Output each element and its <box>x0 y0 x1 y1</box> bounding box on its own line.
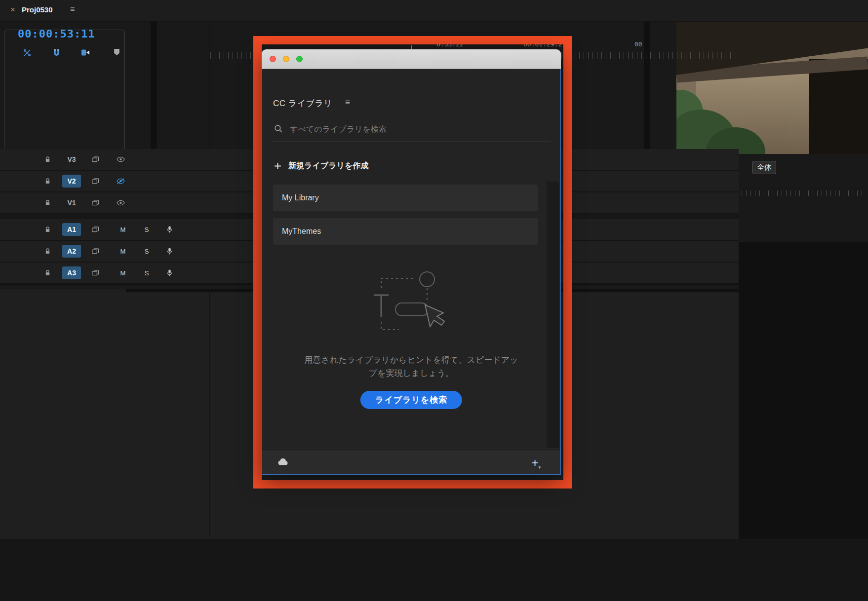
caret-down-icon: ▾ <box>538 465 541 470</box>
eye-off-icon[interactable] <box>117 178 125 184</box>
solo-button[interactable]: S <box>142 226 151 233</box>
zoom-window-button[interactable] <box>296 56 303 62</box>
mute-button[interactable]: M <box>118 248 127 255</box>
search-icon <box>274 124 282 133</box>
sync-cloud-icon[interactable] <box>277 458 289 468</box>
timeline-timecode[interactable]: 00:00:53:11 <box>18 28 95 40</box>
lock-icon[interactable] <box>44 270 51 276</box>
markers-empty-list <box>4 30 125 161</box>
panel-bottom-bar: +▾ <box>262 451 560 474</box>
cc-libraries-panel: CC ライブラリ ≡ 新規ライブラリを作成 My Library MyTheme… <box>262 69 561 475</box>
empty-hint-text: 用意されたライブラリからヒントを得て、スピードアッ プを実現しましょう。 <box>262 353 560 380</box>
close-tab-icon[interactable]: × <box>10 5 15 15</box>
track-label-a1[interactable]: A1 <box>62 223 81 236</box>
voiceover-mic-icon[interactable] <box>167 248 172 255</box>
window-titlebar[interactable] <box>262 49 561 69</box>
library-item-my-library[interactable]: My Library <box>273 185 538 211</box>
source-patch-icon[interactable] <box>92 199 99 206</box>
lock-icon[interactable] <box>44 226 51 233</box>
libraries-empty-illustration <box>367 268 456 342</box>
browse-libraries-button[interactable]: ライブラリを検索 <box>360 391 462 409</box>
source-patch-icon[interactable] <box>92 269 99 276</box>
lock-icon[interactable] <box>44 200 51 206</box>
plus-icon <box>274 162 281 170</box>
linked-selection-icon[interactable] <box>23 48 32 57</box>
track-label-v1[interactable]: V1 <box>62 196 81 209</box>
source-patch-icon[interactable] <box>92 226 99 233</box>
cc-libraries-window: CC ライブラリ ≡ 新規ライブラリを作成 My Library MyTheme… <box>262 49 561 475</box>
panel-menu-icon[interactable]: ≡ <box>70 5 75 14</box>
track-label-a2[interactable]: A2 <box>62 245 81 258</box>
voiceover-mic-icon[interactable] <box>167 269 172 277</box>
source-patch-icon[interactable] <box>92 156 99 163</box>
snap-magnet-icon[interactable] <box>52 48 61 57</box>
solo-button[interactable]: S <box>142 248 151 255</box>
timeline-marker-icon[interactable] <box>114 48 120 56</box>
track-label-v2[interactable]: V2 <box>62 175 81 188</box>
mute-button[interactable]: M <box>118 226 127 233</box>
eye-icon[interactable] <box>117 200 125 206</box>
empty-hint-line1: 用意されたライブラリからヒントを得て、スピードアッ <box>262 353 560 367</box>
panel-title: CC ライブラリ <box>273 98 332 109</box>
create-library-button[interactable]: 新規ライブラリを作成 <box>274 159 368 173</box>
add-plus-label: + <box>531 456 538 469</box>
lock-icon[interactable] <box>44 156 51 163</box>
track-label-v3[interactable]: V3 <box>62 153 81 166</box>
source-patch-icon[interactable] <box>92 248 99 255</box>
voiceover-mic-icon[interactable] <box>167 226 172 233</box>
minimize-window-button[interactable] <box>283 56 289 62</box>
create-library-label: 新規ライブラリを作成 <box>288 161 368 171</box>
library-search-row <box>273 116 551 142</box>
add-new-button[interactable]: +▾ <box>531 456 541 470</box>
solo-button[interactable]: S <box>142 269 151 277</box>
timeline-tabstrip: × Proj0530 ≡ <box>0 0 868 22</box>
panel-menu-icon[interactable]: ≡ <box>345 98 350 108</box>
scrollbar[interactable] <box>547 182 559 448</box>
lock-icon[interactable] <box>44 248 51 255</box>
eye-icon[interactable] <box>117 156 125 162</box>
video-preview-thumbnail <box>676 0 868 154</box>
empty-hint-line2: プを実現しましょう。 <box>262 367 560 380</box>
lock-icon[interactable] <box>44 178 51 185</box>
traffic-lights <box>270 56 303 62</box>
ruler-label-3: 00 <box>634 40 642 48</box>
tab-sequence[interactable]: Proj0530 <box>22 5 53 14</box>
mute-button[interactable]: M <box>118 269 127 277</box>
bottom-filler <box>0 539 868 601</box>
zoom-level-select[interactable]: 全体 <box>752 161 776 174</box>
search-input[interactable] <box>290 121 527 137</box>
close-window-button[interactable] <box>270 56 276 62</box>
library-item-mythemes[interactable]: MyThemes <box>273 218 538 245</box>
track-label-a3[interactable]: A3 <box>62 266 81 279</box>
source-patch-icon[interactable] <box>92 178 99 185</box>
nest-sequence-icon[interactable] <box>81 49 90 56</box>
app-root: 00:00:00:00 00:00:00 + 00:00:53:11 全体 <box>0 0 868 601</box>
